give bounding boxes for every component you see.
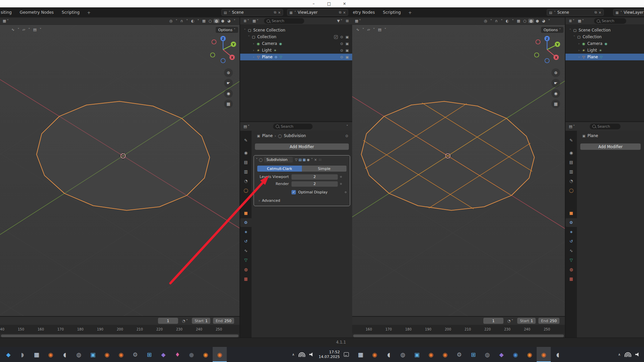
overlay-opts-icon[interactable]: ▤ bbox=[377, 27, 383, 32]
shading-material-icon[interactable]: ● bbox=[220, 19, 226, 23]
taskbar-blender-icon[interactable]: ◉ bbox=[44, 347, 58, 362]
playback-sync-icon[interactable]: ◔˅ bbox=[506, 319, 515, 323]
taskbar-firefox-icon[interactable]: ◉ bbox=[199, 347, 213, 362]
viewlayer-selector[interactable]: ▦ ˅ ViewLayer ⧉ × bbox=[287, 9, 348, 16]
properties-search[interactable]: Search bbox=[273, 124, 313, 129]
copy-icon[interactable]: ⧉ bbox=[339, 10, 341, 14]
properties-search[interactable]: Search bbox=[590, 124, 621, 129]
drag-handle-icon[interactable]: ∷ bbox=[319, 158, 321, 162]
tab-physics[interactable]: ↺ bbox=[566, 237, 577, 246]
tab-compositing-partial[interactable]: siting bbox=[0, 7, 16, 17]
tab-scene[interactable]: ◔ bbox=[240, 177, 252, 185]
taskbar-edge-icon[interactable]: ▣ bbox=[410, 347, 424, 362]
taskbar-app-icon[interactable]: ◆ bbox=[494, 347, 508, 362]
shading-rendered-icon[interactable]: ◕ bbox=[541, 19, 547, 23]
disable-render-icon[interactable]: ▣ bbox=[345, 42, 349, 46]
overlays-icon[interactable]: ◐ bbox=[190, 19, 196, 23]
stroke-caret-icon[interactable]: ˅ bbox=[16, 27, 21, 32]
animate-dot[interactable] bbox=[340, 183, 342, 185]
timeline-ruler[interactable]: 160170180190200210220230240250 bbox=[352, 325, 565, 334]
close-icon[interactable]: × bbox=[314, 158, 317, 162]
minimize-button[interactable]: – bbox=[306, 0, 321, 7]
taskbar-firefox-icon[interactable]: ◉ bbox=[523, 347, 537, 362]
close-icon[interactable]: × bbox=[599, 11, 601, 14]
toggle-view-icon[interactable]: ▦ bbox=[224, 100, 233, 108]
tray-clock[interactable]: 17:52 14.07.2025 bbox=[319, 350, 340, 359]
taskbar-app-icon[interactable]: ◖ bbox=[551, 347, 565, 362]
shading-rendered-icon[interactable]: ◕ bbox=[226, 19, 232, 23]
outliner-row-collection[interactable]: ˅ ▢ Collection bbox=[566, 34, 644, 40]
taskbar-settings-icon[interactable]: ⚙ bbox=[128, 347, 142, 362]
gpencil-caret-icon[interactable]: ˅ bbox=[372, 27, 376, 32]
collection-checkbox[interactable]: ✓ bbox=[334, 35, 338, 39]
tab-view-layer[interactable]: ▥ bbox=[566, 167, 577, 176]
tab-constraints[interactable]: ∿ bbox=[240, 246, 252, 255]
scene-selector[interactable]: ▤ ˅ Scene ⧉ × bbox=[221, 9, 283, 16]
timeline-right[interactable]: 1 ◔˅ Start1 End250 160170180190200210220… bbox=[352, 316, 565, 338]
copy-icon[interactable]: ⧉ bbox=[274, 10, 276, 14]
notification-center-icon[interactable] bbox=[344, 352, 349, 357]
viewport-3d-right[interactable]: ∿˅▱˅▤˅ Options˅ Z Y X ⊕☛◉▦ bbox=[352, 25, 565, 316]
outliner-row-plane[interactable]: › ▽ Plane ⚙ ▽ ⊙ ▣ bbox=[240, 54, 352, 60]
wifi-icon[interactable] bbox=[625, 352, 631, 357]
gizmo-caret-icon[interactable]: ˅ bbox=[174, 19, 179, 23]
xray-icon[interactable]: ▦ bbox=[516, 19, 522, 23]
extras-caret-icon[interactable]: ˅ bbox=[311, 158, 313, 162]
tab-tool[interactable]: ✎ bbox=[240, 136, 252, 145]
viewport-3d-left[interactable]: ∿˅▱˅▤˅ Options˅ Z Y X ⊕☛◉▦ bbox=[0, 25, 239, 316]
tab-geometry-nodes-partial[interactable]: etry Nodes bbox=[352, 7, 379, 17]
display-mode-icon[interactable]: ▦˅ bbox=[251, 19, 260, 23]
taskbar-app-icon[interactable]: ♦ bbox=[170, 347, 184, 362]
disable-render-icon[interactable]: ▣ bbox=[345, 35, 349, 39]
maximize-button[interactable]: □ bbox=[321, 0, 337, 7]
shading-material-icon[interactable]: ● bbox=[534, 19, 540, 23]
editor-type-icon[interactable]: ≣˅ bbox=[242, 19, 251, 23]
disable-render-icon[interactable]: ▣ bbox=[345, 55, 349, 59]
timeline-ruler[interactable]: 140150160170180190200210220230240250 bbox=[0, 325, 239, 334]
tab-modifiers[interactable]: ⚙ bbox=[566, 218, 577, 227]
snap-magnet-icon[interactable]: ∩ bbox=[179, 19, 184, 23]
taskbar-app-icon[interactable]: ◍ bbox=[72, 347, 86, 362]
taskbar-gimp-icon[interactable]: ◖ bbox=[382, 347, 396, 362]
gpencil-icon[interactable]: ▱ bbox=[366, 27, 371, 32]
tab-modifiers[interactable]: ⚙ bbox=[240, 218, 252, 227]
xray-icon[interactable]: ▦ bbox=[201, 19, 207, 23]
tab-texture[interactable]: ▩ bbox=[240, 275, 252, 283]
taskbar-blender-icon[interactable]: ◉ bbox=[114, 347, 128, 362]
gizmo-icon[interactable]: ◎ bbox=[483, 19, 489, 23]
navigation-gizmo[interactable]: Z Y X bbox=[532, 34, 562, 65]
optimal-display-checkbox[interactable]: ✓ bbox=[291, 190, 296, 194]
current-frame-field[interactable]: 1 bbox=[483, 318, 503, 324]
levels-viewport-field[interactable]: 2 bbox=[291, 174, 338, 180]
options-dropdown[interactable]: Options˅ bbox=[541, 27, 564, 33]
tray-expand-icon[interactable]: ∧ bbox=[618, 353, 621, 356]
tab-render[interactable]: ◉ bbox=[240, 148, 252, 157]
pin-icon[interactable]: ⊙ bbox=[345, 134, 348, 138]
tray-expand-icon[interactable]: ∧ bbox=[292, 353, 294, 356]
overlays-icon[interactable]: ◐ bbox=[504, 19, 511, 23]
taskbar-blender-active-icon[interactable]: ◉ bbox=[213, 347, 227, 362]
outliner-row-light[interactable]: › ☀ Light ☀ bbox=[566, 47, 644, 54]
shading-wireframe-icon[interactable]: ○ bbox=[207, 19, 213, 23]
overlays-caret-icon[interactable]: ˅ bbox=[511, 19, 515, 23]
taskbar-edge-icon[interactable]: ▣ bbox=[86, 347, 100, 362]
shading-caret-icon[interactable]: ˅ bbox=[547, 19, 552, 23]
tab-world[interactable]: ◯ bbox=[240, 186, 252, 195]
options-dropdown[interactable]: Options˅ bbox=[216, 27, 238, 33]
gizmo-caret-icon[interactable]: ˅ bbox=[489, 19, 493, 23]
filter-icon[interactable]: ▼˅ bbox=[336, 19, 344, 23]
tab-physics[interactable]: ↺ bbox=[240, 237, 252, 246]
editor-type-icon[interactable]: ▦˅ bbox=[354, 19, 362, 23]
tab-data[interactable]: ▽ bbox=[240, 256, 252, 264]
camera-view-icon[interactable]: ◉ bbox=[551, 89, 560, 98]
editor-type-icon[interactable]: ▦˅ bbox=[1, 19, 10, 23]
render-levels-field[interactable]: 2 bbox=[291, 181, 338, 187]
breadcrumb-object[interactable]: Plane bbox=[262, 133, 273, 138]
scrollbar-thumb[interactable] bbox=[353, 335, 564, 337]
tab-view-layer[interactable]: ▥ bbox=[240, 167, 252, 176]
current-frame-field[interactable]: 1 bbox=[158, 318, 178, 324]
start-frame-field[interactable]: Start1 bbox=[192, 318, 210, 324]
scrollbar-thumb[interactable] bbox=[1, 335, 238, 337]
edit-mode-toggle-icon[interactable]: ▽ bbox=[295, 158, 298, 162]
tab-tool[interactable]: ✎ bbox=[566, 136, 577, 145]
